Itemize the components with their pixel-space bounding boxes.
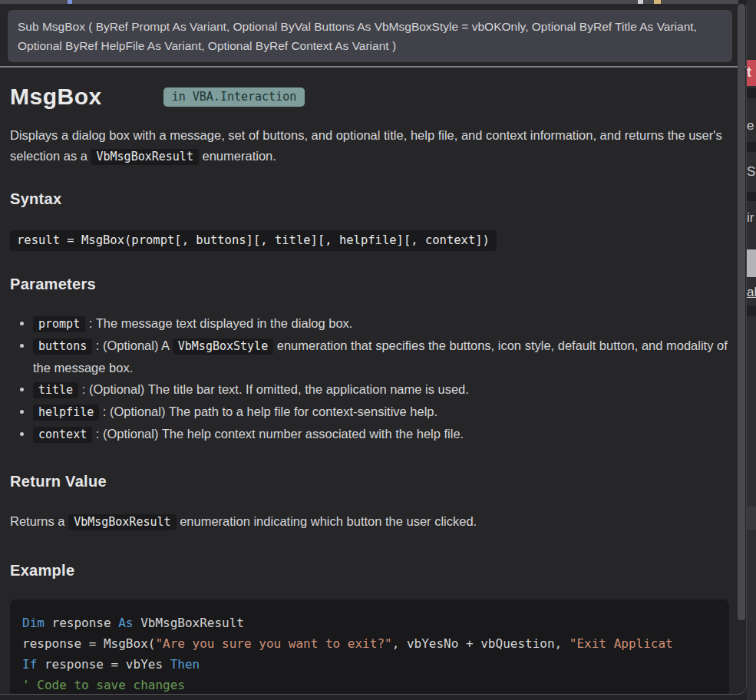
doc-panel: Sub MsgBox ( ByRef Prompt As Variant, Op… [0, 4, 747, 695]
syntax-code: result = MsgBox(prompt[, buttons][, titl… [10, 230, 497, 251]
param-name-chip: helpfile [33, 404, 99, 421]
param-description: : (Optional) The path to a help file for… [99, 404, 437, 418]
code-token: Dim [22, 616, 52, 630]
code-line: response = MsgBox("Are you sure you want… [22, 633, 729, 654]
background-link-fragment: al [747, 284, 756, 301]
header-divider [0, 66, 746, 68]
example-heading: Example [10, 562, 729, 579]
background-text-fragment: ir [747, 210, 756, 226]
param-name-chip: buttons [33, 338, 92, 355]
doc-content: MsgBox in VBA.Interaction Displays a dia… [0, 84, 746, 695]
inline-code-vbmsgboxresult: VbMsgBoxResult [91, 149, 198, 165]
parameter-list: prompt : The message text displayed in t… [33, 312, 729, 445]
parameter-item-prompt: prompt : The message text displayed in t… [33, 312, 729, 335]
module-badge: in VBA.Interaction [163, 88, 305, 107]
parameters-heading: Parameters [10, 276, 729, 293]
parameter-item-helpfile: helpfile : (Optional) The path to a help… [33, 401, 729, 423]
code-token: , vbYesNo + vbQuestion, [392, 636, 569, 651]
inline-code-vbmsgboxresult: VbMsgBoxResult [68, 514, 176, 530]
param-name-chip: title [33, 382, 78, 398]
parameter-item-context: context : (Optional) The help context nu… [33, 423, 729, 445]
title-row: MsgBox in VBA.Interaction [10, 84, 729, 110]
background-divider [747, 305, 756, 316]
code-token: response [52, 616, 119, 630]
syntax-heading: Syntax [10, 190, 729, 208]
page-title: MsgBox [10, 84, 102, 110]
code-token: response = MsgBox( [22, 636, 155, 651]
syntax-code-row: result = MsgBox(prompt[, buttons][, titl… [10, 233, 729, 247]
background-divider [747, 142, 756, 152]
param-description: : (Optional) The title bar text. If omit… [78, 382, 469, 396]
code-line: ' Code to save changes [22, 675, 729, 695]
code-token: response = vbYes [45, 657, 170, 672]
code-token: VbMsgBoxResult [140, 616, 244, 630]
background-red-badge: t [747, 60, 756, 86]
return-text: enumeration indicating which button the … [177, 514, 477, 528]
return-value-heading: Return Value [10, 473, 729, 490]
background-gray-block [747, 249, 756, 277]
return-value-text: Returns a VbMsgBoxResult enumeration ind… [10, 511, 729, 533]
background-right-strip: t e S ir al [747, 0, 756, 700]
function-signature: Sub MsgBox ( ByRef Prompt As Variant, Op… [8, 10, 732, 62]
param-description: : (Optional) The help context number ass… [92, 427, 464, 441]
param-name-chip: context [33, 427, 92, 443]
background-text-fragment: e [747, 117, 756, 134]
background-row-fragment [747, 507, 756, 530]
param-description: : The message text displayed in the dial… [85, 316, 352, 330]
parameter-item-buttons: buttons : (Optional) A VbMsgBoxStyle enu… [33, 335, 729, 378]
code-line: Dim response As VbMsgBoxResult [22, 612, 729, 633]
background-text-fragment: S [747, 163, 756, 180]
parameter-item-title: title : (Optional) The title bar text. I… [33, 378, 729, 401]
code-token: As [118, 616, 140, 630]
example-code-block: Dim response As VbMsgBoxResult response … [10, 599, 729, 695]
code-token: "Exit Applicat [569, 636, 673, 651]
background-divider [747, 192, 756, 201]
description: Displays a dialog box with a message, se… [10, 125, 729, 167]
code-token: "Are you sure you want to exit?" [155, 636, 391, 651]
screen: t e S ir al Sub MsgBox ( ByRef Prompt As… [0, 0, 756, 700]
param-name-chip: prompt [33, 316, 85, 332]
code-token: ' Code to save changes [22, 678, 185, 692]
code-token: If [22, 657, 45, 672]
description-text: enumeration. [199, 149, 276, 163]
panel-scrollbar-thumb[interactable] [738, 4, 745, 620]
code-token: Then [170, 657, 200, 672]
inline-code-vbmsgboxstyle: VbMsgBoxStyle [173, 338, 273, 355]
return-text: Returns a [10, 514, 68, 528]
param-description: : (Optional) A [92, 338, 173, 352]
background-divider [747, 88, 756, 98]
code-line: If response = vbYes Then [22, 654, 729, 675]
